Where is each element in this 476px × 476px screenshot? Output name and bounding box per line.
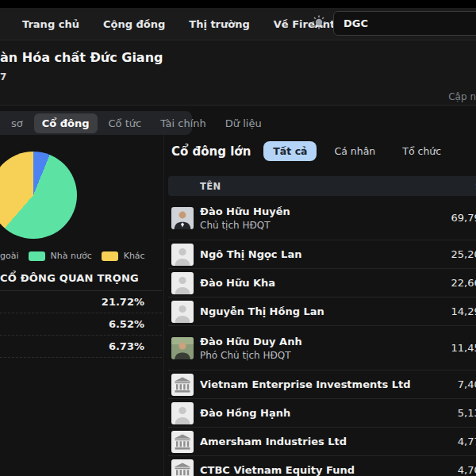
shareholder-name: Đào Hữu Duy Anh — [200, 336, 302, 347]
nav-market[interactable]: Thị trường — [189, 18, 249, 30]
section-tabs: sơ Cổ đông Cổ tức Tài chính Dữ liệu — [0, 111, 192, 135]
theme-brightness-icon[interactable] — [312, 15, 326, 29]
avatar-photo — [171, 337, 194, 359]
tab-ho-so[interactable]: sơ — [3, 113, 31, 133]
shareholder-title: Chủ tịch HĐQT — [200, 220, 290, 231]
shareholder-name: Đào Hồng Hạnh — [200, 407, 290, 419]
shareholder-shares: 22,661 — [451, 277, 476, 289]
ticker-search-input[interactable] — [334, 17, 461, 29]
important-shareholders-table: 21.72% 6.52% 6.73% — [0, 290, 162, 358]
nav-home[interactable]: Trang chủ — [22, 18, 79, 30]
table-header-row: TÊN SỐ — [168, 176, 476, 196]
shareholder-name: Đào Hữu Kha — [200, 277, 275, 289]
pie-legend: goài Nhà nước Khác — [0, 251, 145, 261]
bank-icon — [171, 431, 194, 453]
table-row[interactable]: Đào Hữu Huyền Chủ tịch HĐQT 69,794 — [168, 196, 476, 240]
legend-swatch-nha-nuoc[interactable] — [29, 251, 45, 261]
shareholder-shares: 5,136 — [458, 407, 476, 419]
nav-community[interactable]: Cộng đồng — [103, 18, 165, 30]
shareholder-name: Nguyễn Thị Hồng Lan — [200, 305, 324, 317]
legend-label-khac[interactable]: Khác — [124, 251, 145, 261]
important-shareholder-row[interactable]: 6.73% — [0, 336, 162, 358]
shareholder-name: Đào Hữu Huyền — [200, 205, 290, 217]
table-row[interactable]: Nguyễn Thị Hồng Lan 14,298 — [168, 298, 476, 326]
legend-item-nuoc-ngoai[interactable]: goài — [0, 251, 19, 261]
avatar-photo — [171, 207, 194, 229]
table-row[interactable]: Đào Hồng Hạnh 5,136 — [168, 399, 476, 428]
column-divider — [163, 135, 164, 476]
important-shareholder-row[interactable]: 6.52% — [0, 313, 162, 336]
person-placeholder-icon — [171, 402, 194, 424]
filter-organization[interactable]: Tổ chức — [393, 141, 451, 161]
shareholder-shares: 25,205 — [451, 248, 476, 260]
ticker-search-box[interactable] — [333, 11, 476, 36]
shareholder-name: CTBC Vietnam Equity Fund — [200, 464, 355, 476]
shareholder-shares: 4,700 — [458, 464, 476, 476]
shareholder-name: Ngô Thị Ngọc Lan — [200, 248, 301, 260]
table-row[interactable]: CTBC Vietnam Equity Fund 4,700 — [168, 456, 476, 476]
legend-label-nha-nuoc[interactable]: Nhà nước — [51, 251, 92, 261]
fireant-stock-page: { "colors": { "background": "#131313", "… — [0, 0, 476, 476]
filter-all[interactable]: Tất cả — [263, 141, 317, 161]
table-row[interactable]: Đào Hữu Duy Anh Phó Chủ tịch HĐQT 11,450 — [168, 326, 476, 370]
table-row[interactable]: Vietnam Enterprise Investments Ltd 7,403 — [168, 370, 476, 399]
shareholders-table: TÊN SỐ Đào Hữu Huyền Chủ tịch HĐQT 69,79… — [168, 176, 476, 476]
shareholder-name: Amersham Industries Ltd — [200, 436, 347, 447]
tab-co-tuc[interactable]: Cổ tức — [101, 113, 150, 133]
shareholder-shares: 69,794 — [451, 212, 476, 224]
shareholder-shares: 7,403 — [458, 378, 476, 390]
large-shareholders-title: Cổ đông lớn — [171, 144, 251, 159]
column-header-name: TÊN — [168, 181, 221, 192]
ownership-percent: 21.72% — [102, 296, 144, 308]
table-row[interactable]: Đào Hữu Kha 22,661 — [168, 269, 476, 298]
window-top-strip — [0, 0, 476, 8]
important-shareholders-heading: CỔ ĐÔNG QUAN TRỌNG — [0, 272, 139, 284]
ownership-percent: 6.52% — [109, 318, 144, 330]
filter-individual[interactable]: Cá nhân — [324, 141, 385, 161]
price-fragment: 7 — [0, 71, 6, 83]
shareholder-name: Vietnam Enterprise Investments Ltd — [200, 378, 410, 390]
tab-tai-chinh[interactable]: Tài chính — [152, 113, 214, 133]
tab-du-lieu[interactable]: Dữ liệu — [217, 113, 270, 133]
shareholder-title: Phó Chủ tịch HĐQT — [200, 350, 302, 361]
ownership-pie-chart[interactable] — [0, 152, 77, 239]
tab-co-dong[interactable]: Cổ đông — [34, 113, 98, 133]
table-row[interactable]: Amersham Industries Ltd 4,771 — [168, 428, 476, 456]
legend-swatch-khac[interactable] — [102, 251, 118, 261]
person-placeholder-icon — [171, 244, 194, 266]
bank-icon — [171, 374, 194, 396]
shareholder-shares: 14,298 — [451, 305, 476, 317]
shareholder-shares: 11,450 — [451, 342, 476, 354]
important-shareholder-row[interactable]: 21.72% — [0, 291, 162, 313]
shareholder-shares: 4,771 — [458, 436, 476, 447]
person-placeholder-icon — [171, 301, 194, 323]
table-row[interactable]: Ngô Thị Ngọc Lan 25,205 — [168, 240, 476, 269]
last-updated-label: Cập n — [448, 91, 476, 102]
large-shareholders-header: Cổ đông lớn Tất cả Cá nhân Tổ chức — [171, 141, 459, 161]
bank-icon — [171, 459, 194, 476]
large-shareholders-panel: Cổ đông lớn Tất cả Cá nhân Tổ chức TÊN S… — [168, 135, 476, 476]
company-header: àn Hóa chất Đức Giang 7 Cập n — [0, 41, 476, 106]
ownership-percent: 6.73% — [109, 340, 144, 352]
company-name: àn Hóa chất Đức Giang — [0, 50, 163, 65]
person-placeholder-icon — [171, 272, 194, 294]
